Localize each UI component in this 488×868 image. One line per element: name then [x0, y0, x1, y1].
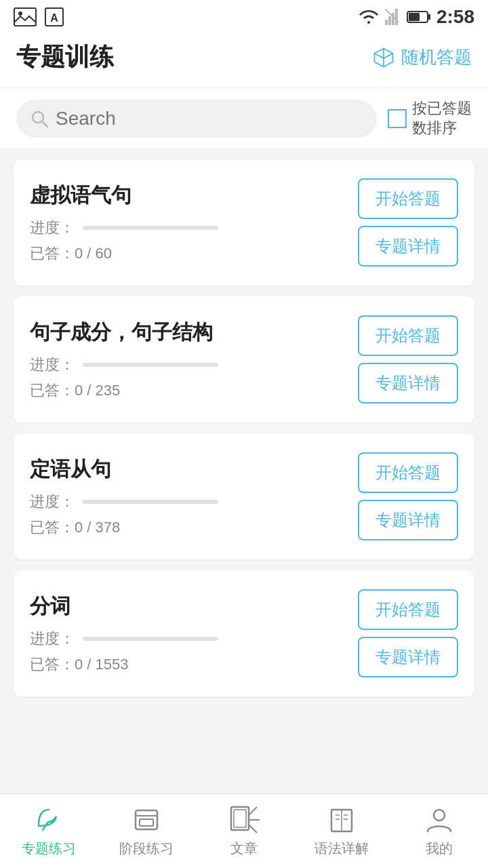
search-icon: [30, 109, 49, 128]
topic-card-left-2: 句子成分，句子结构 进度： 已答：0 / 235: [30, 319, 344, 401]
topic-card-3: 定语从句 进度： 已答：0 / 378 开始答题 专题详情: [14, 433, 474, 559]
nav-item-wode[interactable]: 我的: [390, 794, 488, 868]
random-answer-button[interactable]: 随机答题: [371, 45, 472, 70]
progress-bar-bg-1: [83, 226, 218, 230]
topic-card-left-4: 分词 进度： 已答：0 / 1553: [30, 593, 344, 675]
bottom-nav: 专题练习 阶段练习 文章 语法详解 我的: [0, 793, 488, 868]
search-container: 按已答题数排序: [0, 88, 488, 149]
topic-progress-row-4: 进度：: [30, 629, 344, 649]
start-button-2[interactable]: 开始答题: [358, 315, 458, 356]
topic-card-left-1: 虚拟语气句 进度： 已答：0 / 60: [30, 182, 344, 264]
svg-rect-17: [140, 819, 153, 826]
topic-title-2: 句子成分，句子结构: [30, 319, 344, 347]
topic-answered-1: 已答：0 / 60: [30, 243, 344, 264]
detail-button-2[interactable]: 专题详情: [358, 363, 458, 403]
topic-card-right-2: 开始答题 专题详情: [358, 315, 458, 403]
sort-option[interactable]: 按已答题数排序: [388, 99, 472, 138]
svg-point-28: [434, 810, 445, 821]
book-icon: [326, 804, 357, 835]
topic-progress-row-3: 进度：: [30, 492, 344, 512]
detail-button-4[interactable]: 专题详情: [358, 637, 458, 677]
topic-card-right-3: 开始答题 专题详情: [358, 452, 458, 540]
status-bar: A 2:58: [0, 0, 488, 34]
detail-button-3[interactable]: 专题详情: [358, 500, 458, 540]
svg-line-20: [249, 807, 257, 815]
svg-line-21: [249, 825, 257, 833]
nav-item-wenzhang[interactable]: 文章: [195, 794, 293, 868]
svg-line-13: [42, 121, 47, 127]
nav-icon-jieduan: [131, 804, 162, 835]
topic-progress-label-1: 进度：: [30, 218, 75, 238]
sort-label: 按已答题数排序: [412, 99, 472, 138]
image-icon: [14, 7, 37, 26]
topic-progress-label-3: 进度：: [30, 492, 75, 512]
svg-rect-0: [14, 8, 36, 26]
topic-progress-label-4: 进度：: [30, 629, 75, 649]
topic-list: 虚拟语气句 进度： 已答：0 / 60 开始答题 专题详情 句子成分，句子结构 …: [0, 149, 488, 793]
nav-icon-yufa: [326, 804, 357, 835]
nav-label-zhuanti: 专题练习: [22, 840, 76, 858]
progress-bar-bg-4: [83, 637, 218, 641]
topic-card-right-4: 开始答题 专题详情: [358, 589, 458, 677]
battery-icon: [407, 10, 431, 24]
svg-rect-19: [234, 810, 246, 827]
nav-label-yufa: 语法详解: [314, 840, 369, 858]
topic-progress-row-1: 进度：: [30, 218, 344, 238]
leaf-icon: [33, 804, 64, 835]
wifi-icon: [358, 9, 380, 25]
topic-title-4: 分词: [30, 593, 344, 620]
start-button-4[interactable]: 开始答题: [358, 589, 458, 630]
nav-label-jieduan: 阶段练习: [119, 840, 174, 858]
svg-text:A: A: [50, 12, 58, 24]
nav-icon-wenzhang: [228, 804, 260, 835]
svg-rect-7: [395, 9, 398, 25]
search-box[interactable]: [16, 100, 377, 138]
cube-icon: [371, 45, 396, 70]
article-icon: [228, 804, 260, 835]
nav-item-jieduan[interactable]: 阶段练习: [98, 794, 195, 868]
topic-answered-2: 已答：0 / 235: [30, 380, 344, 401]
progress-bar-bg-2: [83, 363, 218, 367]
time-display: 2:58: [436, 6, 474, 28]
topic-progress-label-2: 进度：: [30, 355, 75, 375]
svg-rect-11: [428, 14, 430, 20]
svg-point-1: [18, 12, 22, 16]
progress-bar-bg-3: [83, 500, 218, 504]
topic-card-4: 分词 进度： 已答：0 / 1553 开始答题 专题详情: [14, 570, 474, 696]
nav-label-wode: 我的: [426, 840, 453, 858]
start-button-1[interactable]: 开始答题: [358, 178, 458, 219]
topic-card-2: 句子成分，句子结构 进度： 已答：0 / 235 开始答题 专题详情: [14, 296, 474, 422]
search-input[interactable]: [56, 108, 363, 130]
topic-card-right-1: 开始答题 专题详情: [358, 178, 458, 267]
svg-rect-6: [392, 13, 394, 25]
topic-title-1: 虚拟语气句: [30, 182, 344, 210]
nav-icon-wode: [424, 804, 455, 835]
status-right: 2:58: [358, 6, 474, 28]
signal-icon: [385, 9, 401, 25]
nav-icon-zhuanti: [33, 804, 64, 835]
status-icons: A: [14, 7, 64, 26]
random-answer-label: 随机答题: [401, 45, 472, 69]
page-title: 专题训练: [16, 41, 114, 74]
detail-button-1[interactable]: 专题详情: [358, 226, 458, 267]
start-button-3[interactable]: 开始答题: [358, 452, 458, 493]
topic-title-3: 定语从句: [30, 456, 344, 484]
nav-item-yufa[interactable]: 语法详解: [293, 794, 390, 868]
topic-card-1: 虚拟语气句 进度： 已答：0 / 60 开始答题 专题详情: [14, 159, 474, 285]
topic-answered-4: 已答：0 / 1553: [30, 654, 344, 675]
topic-answered-3: 已答：0 / 378: [30, 517, 344, 538]
svg-rect-10: [409, 13, 420, 21]
header: 专题训练 随机答题: [0, 34, 488, 88]
stage-icon: [131, 804, 162, 835]
topic-card-left-3: 定语从句 进度： 已答：0 / 378: [30, 456, 344, 538]
svg-rect-4: [385, 20, 388, 25]
topic-progress-row-2: 进度：: [30, 355, 344, 375]
svg-rect-5: [388, 16, 391, 25]
profile-icon: [424, 804, 455, 835]
nav-item-zhuanti[interactable]: 专题练习: [0, 794, 98, 868]
nav-label-wenzhang: 文章: [230, 840, 258, 858]
sort-checkbox[interactable]: [388, 109, 407, 128]
font-icon: A: [45, 7, 64, 26]
